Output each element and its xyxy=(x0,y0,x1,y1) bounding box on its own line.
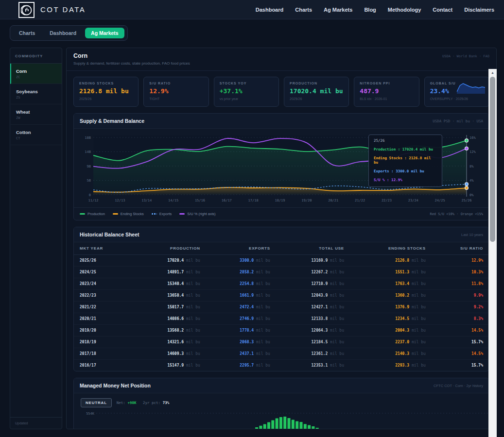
sidebar-header: COMMODITY xyxy=(10,48,62,64)
cell-total-use: 12133.8 mil bu xyxy=(276,313,350,325)
svg-text:12/13: 12/13 xyxy=(115,199,125,202)
mm-chart-area[interactable]: 554K175K-75K xyxy=(74,409,489,429)
cell-ending-stocks: 1763.4 mil bu xyxy=(350,278,432,290)
topnav-link-contact[interactable]: Contact xyxy=(433,7,452,13)
topnav-link-methodology[interactable]: Methodology xyxy=(388,7,421,13)
svg-text:18/19: 18/19 xyxy=(275,199,285,202)
sidebar-item-soybeans[interactable]: SoybeansZS xyxy=(10,84,62,104)
cell-total-use: 12427.1 mil bu xyxy=(276,302,350,313)
kpi-card-nitrogen-ppi: NITROGEN PPI487.9BLS idx · 2026-01 xyxy=(354,77,419,107)
kpi-value: 12.9% xyxy=(149,87,203,95)
table-row[interactable]: 2024/2514891.7 mil bu2858.2 mil bu12267.… xyxy=(74,267,489,278)
brand-name: COT DATA xyxy=(40,5,86,14)
commodity-name: Soybeans xyxy=(16,89,57,94)
tab-charts[interactable]: Charts xyxy=(13,28,41,38)
topnav-link-ag-markets[interactable]: Ag Markets xyxy=(324,7,352,13)
table-row[interactable]: 2020/2114086.6 mil bu2746.9 mil bu12133.… xyxy=(74,313,489,325)
cell-exports: 1661.9 mil bu xyxy=(206,290,276,302)
kpi-value: 487.9 xyxy=(360,87,413,95)
commodity-sidebar: COMMODITY CornZCSoybeansZSWheatZWCottonC… xyxy=(10,48,62,429)
cell-exports: 2068.3 mil bu xyxy=(206,336,276,348)
svg-text:9B: 9B xyxy=(87,165,91,168)
table-note: Last 10 years xyxy=(461,233,483,237)
balance-sheet-card: Historical Balance Sheet Last 10 years M… xyxy=(73,227,489,371)
kpi-value: +37.1% xyxy=(220,87,273,95)
sidebar-item-wheat[interactable]: WheatZW xyxy=(10,104,62,125)
cell-total-use: 12043.9 mil bu xyxy=(276,290,350,302)
page-title: Corn xyxy=(73,52,190,59)
legend-item-production: Production xyxy=(80,212,105,216)
commodity-code: ZC xyxy=(16,75,57,79)
topnav-link-blog[interactable]: Blog xyxy=(364,7,376,13)
cell-total-use: 12267.2 mil bu xyxy=(276,267,350,278)
table-row[interactable]: 2019/2013568.2 mil bu1778.4 mil bu12064.… xyxy=(74,325,489,336)
svg-text:20/21: 20/21 xyxy=(328,199,338,202)
topnav-link-disclaimers[interactable]: Disclaimers xyxy=(464,7,494,13)
table-row[interactable]: 2016/1715147.9 mil bu2295.7 mil bu12353.… xyxy=(74,360,489,371)
svg-text:554K: 554K xyxy=(86,412,95,416)
table-row[interactable]: 2021/2215017.7 mil bu2472.4 mil bu12427.… xyxy=(74,302,489,313)
cell-production: 14609.3 mil bu xyxy=(132,348,206,360)
cell-mkt-year: 2018/19 xyxy=(74,336,132,348)
kpi-card-ending-stocks: ENDING STOCKS2126.8 mil bu2025/26 xyxy=(73,77,139,107)
cell-ending-stocks: 1551.3 mil bu xyxy=(350,267,432,278)
table-title: Historical Balance Sheet xyxy=(80,232,139,237)
cell-ending-stocks: 2004.3 mil bu xyxy=(350,325,432,336)
kpi-subtext: OVERSUPPLY · 2025/26 xyxy=(430,97,484,101)
tooltip-row: Exports : 3300.0 mil bu xyxy=(374,169,437,173)
cell-ending-stocks: 2126.8 mil bu xyxy=(350,255,432,267)
table-row[interactable]: 2022/2313650.4 mil bu1661.9 mil bu12043.… xyxy=(74,290,489,302)
tab-ag-markets[interactable]: Ag Markets xyxy=(85,28,124,38)
vertical-scrollbar[interactable]: ▲ xyxy=(488,69,497,437)
view-tabs: ChartsDashboardAg Markets xyxy=(10,25,128,41)
kpi-label: ENDING STOCKS xyxy=(79,82,133,85)
kpi-label: S/U RATIO xyxy=(149,82,203,85)
legend-item-s-u-right-axis-: S/U % (right axis) xyxy=(179,212,215,216)
cell-su-ratio: 15.7% xyxy=(432,360,489,371)
table-row[interactable]: 2017/1814609.3 mil bu2437.1 mil bu12361.… xyxy=(74,348,489,360)
svg-text:18B: 18B xyxy=(85,136,91,140)
cell-ending-stocks: 1360.2 mil bu xyxy=(350,290,432,302)
data-sources-note: USDA · World Bank · FAO xyxy=(442,54,489,58)
column-header-ending-stocks: ENDING STOCKS xyxy=(350,242,432,255)
supply-demand-card: Supply & Demand Balance USDA PSD · mil b… xyxy=(73,113,489,220)
topnav-link-charts[interactable]: Charts xyxy=(295,7,312,13)
svg-text:11/12: 11/12 xyxy=(88,199,98,202)
svg-text:25/26: 25/26 xyxy=(461,199,471,202)
mm-status-row: NEUTRAL Net: +98K 2yr pct: 73% xyxy=(74,393,489,409)
cell-su-ratio: 9.2% xyxy=(432,302,489,313)
table-row[interactable]: 2023/2415340.4 mil bu2254.8 mil bu12710.… xyxy=(74,278,489,290)
legend-item-exports: Exports xyxy=(152,212,172,216)
sd-chart-area[interactable]: 18B16%14B12%9B8%5B4%00%11/1212/1313/1414… xyxy=(74,129,489,207)
kpi-card-global-s-u: GLOBAL S/U23.4%OVERSUPPLY · 2025/26 xyxy=(424,77,489,107)
sidebar-item-cotton[interactable]: CottonCT xyxy=(10,125,62,145)
sd-chart-tooltip: 25/26 Production : 17020.4 mil buEnding … xyxy=(368,134,442,187)
svg-text:19/20: 19/20 xyxy=(301,199,312,202)
cell-exports: 1778.4 mil bu xyxy=(206,325,276,336)
svg-text:0%: 0% xyxy=(469,193,474,197)
sidebar-item-corn[interactable]: CornZC xyxy=(10,64,62,84)
commodity-code: ZS xyxy=(16,96,57,100)
topnav-link-dashboard[interactable]: Dashboard xyxy=(256,7,283,13)
scrollbar-thumb[interactable] xyxy=(490,77,495,242)
svg-text:17/18: 17/18 xyxy=(248,199,259,202)
kpi-card-s-u-ratio: S/U RATIO12.9%TIGHT xyxy=(143,77,209,107)
cell-su-ratio: 12.9% xyxy=(432,255,489,267)
svg-text:24/25: 24/25 xyxy=(435,199,445,202)
cell-su-ratio: 8.3% xyxy=(432,313,489,325)
table-row[interactable]: 2025/2617020.4 mil bu3300.0 mil bu13169.… xyxy=(74,255,489,267)
cell-production: 17020.4 mil bu xyxy=(132,255,206,267)
sd-chart-title: Supply & Demand Balance xyxy=(80,118,144,124)
table-row[interactable]: 2018/1914321.6 mil bu2068.3 mil bu12184.… xyxy=(74,336,489,348)
mm-chart-source: CFTC COT · Corn · 2yr history xyxy=(434,384,483,388)
scrollbar-up-arrow[interactable]: ▲ xyxy=(488,69,497,76)
cell-mkt-year: 2020/21 xyxy=(74,313,132,325)
cell-total-use: 12710.9 mil bu xyxy=(276,278,350,290)
mm-chart-title: Managed Money Net Position xyxy=(80,383,151,388)
mm-net-position: Net: +98K 2yr pct: 73% xyxy=(117,401,169,405)
cell-su-ratio: 11.8% xyxy=(432,278,489,290)
tab-dashboard[interactable]: Dashboard xyxy=(44,28,82,38)
cell-mkt-year: 2024/25 xyxy=(74,267,132,278)
cell-production: 15017.7 mil bu xyxy=(132,302,206,313)
svg-text:16/17: 16/17 xyxy=(222,199,232,202)
